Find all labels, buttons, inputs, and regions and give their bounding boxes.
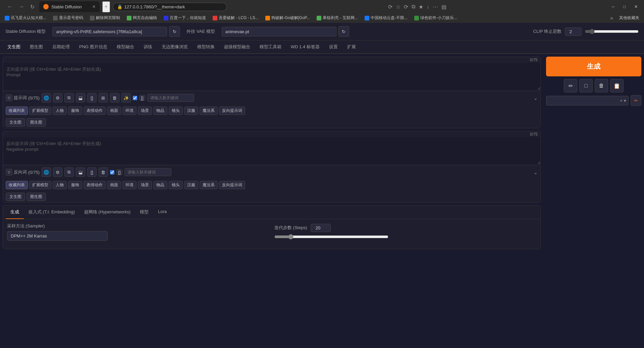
settings-button[interactable]: ⚙ xyxy=(53,93,62,102)
bookmark-web[interactable]: 网页自由编辑 xyxy=(125,14,159,21)
extensions-icon[interactable]: ⧉ xyxy=(412,4,415,10)
tab-close-button[interactable]: ✕ xyxy=(92,4,96,9)
new-tab-button[interactable]: + xyxy=(102,1,110,12)
positive-prompt-textarea[interactable] xyxy=(3,63,540,90)
back-button[interactable]: ← xyxy=(5,2,15,11)
neg-category-expression[interactable]: 表情动作 xyxy=(84,181,106,189)
minimize-button[interactable]: ─ xyxy=(608,1,619,12)
tab-postprocess[interactable]: 后期处理 xyxy=(48,41,74,54)
category-hanfu[interactable]: 汉服 xyxy=(184,107,198,115)
magic-button[interactable]: ✨ xyxy=(121,93,131,102)
trash-action-button[interactable]: 🗑 xyxy=(595,79,608,92)
star-icon[interactable]: ☆ xyxy=(396,4,400,10)
neg-settings-button[interactable]: ⚙ xyxy=(53,167,62,177)
sidebar-icon[interactable]: ▤ xyxy=(441,4,446,10)
neg-category-items[interactable]: 物品 xyxy=(153,181,167,189)
tab-wd14[interactable]: WD 1.4 标签器 xyxy=(286,41,324,54)
category-expression[interactable]: 表情动作 xyxy=(84,107,106,115)
dropdown-style-button[interactable]: ▾ xyxy=(624,98,626,103)
globe-button[interactable]: 🌐 xyxy=(42,93,51,102)
sampler-select[interactable]: DPM++ 2M Karras xyxy=(7,231,108,241)
trash-button[interactable]: 🗑 xyxy=(110,93,119,102)
neg-category-models[interactable]: 扩展模型 xyxy=(29,181,51,189)
tab-settings[interactable]: 设置 xyxy=(324,41,342,54)
download-icon[interactable]: ↓ xyxy=(427,4,429,10)
bottom-tab-generate[interactable]: 生成 xyxy=(6,206,24,219)
tab-txt2img[interactable]: 文生图 xyxy=(3,41,25,54)
bookmark-guo[interactable]: 狗破解-Go破解|GoP... xyxy=(263,14,312,21)
clip-value-input[interactable] xyxy=(565,27,582,36)
neg-category-environment[interactable]: 环境 xyxy=(122,181,137,189)
neg-category-favorites[interactable]: 收藏列表 xyxy=(6,181,28,189)
category-models[interactable]: 扩展模型 xyxy=(29,107,51,115)
forward-button[interactable]: → xyxy=(17,2,26,11)
close-button[interactable]: ✕ xyxy=(631,1,641,12)
neg-category-hanfu[interactable]: 汉服 xyxy=(184,181,198,189)
duplicate-button[interactable]: ⊞ xyxy=(99,93,108,102)
neg-keyword-checkbox[interactable] xyxy=(110,170,114,175)
neg-collapse-button[interactable]: ▽ xyxy=(6,169,12,176)
collapse-button[interactable]: ▽ xyxy=(6,94,12,101)
bookmark-xunfei[interactable]: 讯飞星火认知大模... xyxy=(3,14,48,21)
bookmark-jieyue[interactable]: 解除网页限制 xyxy=(88,14,122,21)
sd-model-select[interactable]: anything-v5-PrtRE.safetensors [7f96a1a9c… xyxy=(52,27,167,37)
neg-category-location[interactable]: 场景 xyxy=(138,181,152,189)
tab-train[interactable]: 训练 xyxy=(139,41,157,54)
bracket-button[interactable]: [] xyxy=(87,93,97,102)
more-bookmarks-button[interactable]: » xyxy=(609,15,614,21)
keyword-checkbox[interactable] xyxy=(133,96,137,100)
tab-supermerge[interactable]: 超级模型融合 xyxy=(219,41,255,54)
style-edit-button[interactable]: ✏ xyxy=(631,95,641,106)
bottom-tab-hypernetworks[interactable]: 超网络 (Hypernetworks) xyxy=(79,206,135,219)
neg-bracket-button[interactable]: [] xyxy=(87,167,97,177)
pencil-action-button[interactable]: ✏ xyxy=(564,79,577,92)
chevron-down-button[interactable]: ⌄ xyxy=(533,95,538,101)
tab-infinite[interactable]: 无边图像浏览 xyxy=(157,41,193,54)
generate-button[interactable]: 生成 xyxy=(546,57,641,76)
neg-paste-button[interactable]: ⬓ xyxy=(76,167,85,177)
tab-extensions[interactable]: 扩展 xyxy=(342,41,361,54)
bookmark-green[interactable]: 绿色软件-小刀娱乐... xyxy=(412,14,459,21)
tab-img2img[interactable]: 图生图 xyxy=(25,41,48,54)
clipboard-action-button[interactable]: 📋 xyxy=(610,79,624,92)
copy-button[interactable]: ⧉ xyxy=(64,93,74,102)
neg-category-negative[interactable]: 反向提示词 xyxy=(219,181,245,189)
restore-button[interactable]: □ xyxy=(619,1,630,12)
subtab-txt2img[interactable]: 文生图 xyxy=(6,118,25,127)
category-environment[interactable]: 环境 xyxy=(122,107,137,115)
neg-trash-button[interactable]: 🗑 xyxy=(99,167,108,177)
bookmark-baidu[interactable]: 百度一下，你就知道 xyxy=(162,14,208,21)
refresh-button[interactable]: ↻ xyxy=(28,2,37,11)
clear-style-button[interactable]: × xyxy=(620,98,623,103)
bookmark-show[interactable]: 显示星号密码 xyxy=(51,14,85,21)
tab-merge[interactable]: 模型融合 xyxy=(112,41,139,54)
translate-icon[interactable]: ⟳ xyxy=(388,4,392,10)
neg-category-lens[interactable]: 镜头 xyxy=(169,181,183,189)
square-action-button[interactable]: □ xyxy=(579,79,593,92)
paste-button[interactable]: ⬓ xyxy=(76,93,85,102)
neg-subtab-img2img[interactable]: 图生图 xyxy=(26,193,46,201)
other-bookmarks[interactable]: 其他收藏夹 xyxy=(617,14,641,21)
category-lens[interactable]: 镜头 xyxy=(169,107,183,115)
style-input[interactable] xyxy=(548,98,619,103)
neg-category-clothing[interactable]: 服饰 xyxy=(68,181,82,189)
category-scene[interactable]: 画面 xyxy=(107,107,121,115)
category-character[interactable]: 人物 xyxy=(53,107,67,115)
neg-category-scene[interactable]: 画面 xyxy=(107,181,121,189)
category-location[interactable]: 场景 xyxy=(138,107,152,115)
bookmark-china[interactable]: 中国移动云盘-不限... xyxy=(363,14,410,21)
sync-icon[interactable]: ⟳ xyxy=(404,4,408,10)
bottom-tab-lora[interactable]: Lora xyxy=(153,206,171,219)
bottom-tab-model[interactable]: 模型 xyxy=(135,206,153,219)
neg-keyword-bracket-btn[interactable]: [] xyxy=(116,169,122,175)
keyword-input[interactable] xyxy=(147,94,194,102)
active-tab[interactable]: Stable Diffusion ✕ xyxy=(39,1,100,12)
subtab-img2img[interactable]: 图生图 xyxy=(26,118,46,127)
category-negative[interactable]: 反向提示词 xyxy=(219,107,245,115)
category-items[interactable]: 物品 xyxy=(153,107,167,115)
clip-slider[interactable] xyxy=(585,29,639,34)
favorites-icon[interactable]: ★ xyxy=(419,4,423,10)
category-magic[interactable]: 魔法系 xyxy=(200,107,218,115)
neg-category-magic[interactable]: 魔法系 xyxy=(200,181,218,189)
neg-category-character[interactable]: 人物 xyxy=(53,181,67,189)
